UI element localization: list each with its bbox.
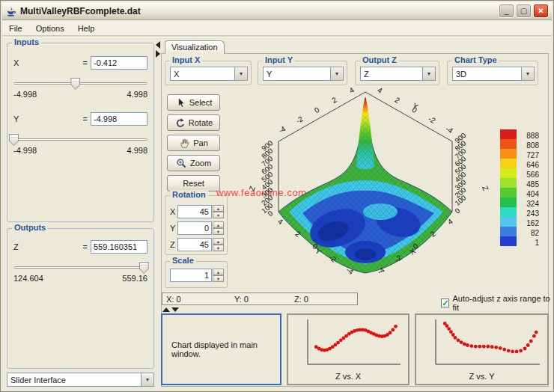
rotation-x-spinner[interactable]: ▲▼ bbox=[213, 205, 224, 218]
combo-input-y[interactable]: Y▼ bbox=[263, 67, 344, 81]
tick-label: 4 bbox=[376, 85, 384, 95]
chevron-down-icon[interactable]: ▼ bbox=[521, 67, 534, 80]
reset-button[interactable]: Reset bbox=[167, 175, 220, 192]
rotation-x-field[interactable]: 45 bbox=[177, 205, 212, 218]
thumbnail-z-vs-y[interactable]: Z vs. Y bbox=[415, 313, 549, 385]
input-y-value-field[interactable]: -4.998 bbox=[91, 112, 147, 126]
cursor-icon bbox=[175, 97, 186, 108]
maximize-button[interactable]: ▢ bbox=[516, 4, 532, 18]
slider-thumb-face bbox=[140, 263, 148, 273]
chevron-down-icon[interactable]: ▼ bbox=[330, 67, 343, 80]
chevron-down-icon[interactable]: ▼ bbox=[234, 67, 247, 80]
input-x-slider[interactable] bbox=[13, 78, 147, 90]
chevron-down-icon[interactable]: ▼ bbox=[422, 67, 435, 80]
legend-value: 162 bbox=[518, 219, 539, 227]
data-point bbox=[445, 324, 449, 328]
tick-label: 0 bbox=[313, 105, 321, 115]
select-button[interactable]: Select bbox=[167, 94, 220, 111]
input-y-slider-thumb[interactable] bbox=[9, 134, 19, 146]
spinner-down-icon[interactable]: ▼ bbox=[213, 275, 224, 282]
splitter-collapse-left-icon[interactable] bbox=[156, 41, 160, 49]
menu-item-help[interactable]: Help bbox=[71, 22, 102, 34]
thumbnail-z-vs-y-label: Z vs. Y bbox=[416, 372, 547, 381]
slider-thumb-face bbox=[71, 79, 79, 89]
combo-chart-type[interactable]: 3D▼ bbox=[452, 67, 535, 81]
data-point bbox=[391, 328, 395, 331]
combo-input-x[interactable]: X▼ bbox=[170, 67, 248, 81]
rotation-z-spinner[interactable]: ▲▼ bbox=[213, 238, 224, 251]
select-button-label: Select bbox=[189, 98, 213, 107]
data-point bbox=[502, 348, 506, 352]
input-x-max-label: 4.998 bbox=[127, 90, 147, 99]
selector-output-z: Output ZZ▼ bbox=[355, 61, 439, 85]
combo-value: 3D bbox=[453, 70, 521, 79]
legend-color-block bbox=[500, 236, 517, 246]
spinner-down-icon[interactable]: ▼ bbox=[213, 228, 224, 235]
rotation-z-field[interactable]: 45 bbox=[177, 238, 212, 251]
data-point bbox=[535, 331, 538, 334]
spinner-up-icon[interactable]: ▲ bbox=[213, 269, 224, 275]
rotation-y-field[interactable]: 0 bbox=[177, 221, 212, 235]
interface-select[interactable]: Slider Interface ▼ bbox=[7, 373, 154, 387]
splitter-collapse-up-icon[interactable] bbox=[162, 307, 170, 312]
output-z-min-label: 124.604 bbox=[13, 274, 43, 283]
thumbnail-z-vs-x[interactable]: Z vs. X bbox=[287, 313, 410, 385]
legend-value: 82 bbox=[518, 229, 539, 237]
minimize-button[interactable]: _ bbox=[499, 4, 514, 18]
slider-track bbox=[13, 138, 147, 141]
data-point bbox=[523, 347, 527, 351]
rotation-group: Rotation X45▲▼Y0▲▼Z45▲▼ bbox=[165, 195, 228, 255]
splitter-expand-right-icon[interactable] bbox=[156, 50, 160, 58]
zoom-button[interactable]: Zoom bbox=[167, 155, 220, 171]
input-y-slider[interactable] bbox=[13, 134, 147, 146]
menu-item-options[interactable]: Options bbox=[29, 22, 71, 34]
data-point bbox=[457, 338, 460, 342]
input-x-slider-thumb[interactable] bbox=[70, 78, 80, 90]
reset-button-label: Reset bbox=[183, 179, 204, 188]
legend-value: 404 bbox=[518, 190, 539, 198]
legend-value: 485 bbox=[518, 180, 539, 189]
checkbox-check-icon[interactable]: ✓ bbox=[441, 298, 449, 307]
slider-thumb-face bbox=[10, 135, 18, 145]
close-button[interactable]: ✕ bbox=[533, 4, 549, 18]
chevron-down-icon[interactable]: ▼ bbox=[141, 373, 153, 386]
spinner-down-icon[interactable]: ▼ bbox=[213, 245, 224, 251]
tab-visualization[interactable]: Visualization bbox=[165, 40, 225, 54]
outputs-panel-title: Outputs bbox=[12, 223, 48, 232]
java-app-icon bbox=[5, 5, 16, 16]
selector-input-x: Input XX▼ bbox=[165, 61, 252, 85]
output-z-slider-thumb[interactable] bbox=[139, 262, 149, 274]
legend-color-block bbox=[500, 227, 517, 236]
output-z-slider[interactable] bbox=[13, 262, 147, 274]
legend-color-block bbox=[500, 129, 517, 139]
surface-3d-chart[interactable]: -4-2024420-2-4420-2-4-4-2024YYX001001002… bbox=[237, 85, 500, 295]
tick-label: 4 bbox=[276, 217, 284, 226]
inputs-panel: Inputs X=-0.412-4.9984.998Y=-4.998-4.998… bbox=[7, 43, 154, 222]
data-point bbox=[511, 350, 514, 354]
legend-color-block bbox=[500, 188, 517, 197]
legend-value: 566 bbox=[518, 171, 539, 179]
scale-spinner[interactable]: ▲ ▼ bbox=[213, 269, 224, 282]
spinner-up-icon[interactable]: ▲ bbox=[213, 205, 224, 212]
spinner-down-icon[interactable]: ▼ bbox=[213, 212, 224, 218]
input-y-label: Y bbox=[13, 114, 19, 123]
pan-button[interactable]: Pan bbox=[167, 135, 220, 151]
data-point bbox=[469, 344, 473, 348]
data-point bbox=[490, 345, 494, 349]
spinner-up-icon[interactable]: ▲ bbox=[213, 221, 224, 228]
rotation-y-spinner[interactable]: ▲▼ bbox=[213, 221, 224, 235]
spinner-up-icon[interactable]: ▲ bbox=[213, 238, 224, 245]
combo-output-z[interactable]: Z▼ bbox=[360, 67, 436, 81]
pan-button-label: Pan bbox=[193, 138, 208, 147]
auto-adjust-checkbox[interactable]: ✓ Auto-adjust z axis range to fit bbox=[441, 294, 553, 312]
thumbnail-main-chart[interactable]: Chart displayed in main window. bbox=[161, 313, 281, 385]
menu-item-file[interactable]: File bbox=[2, 22, 29, 34]
rotate-button[interactable]: Rotate bbox=[167, 114, 220, 131]
status-z: Z: 0 bbox=[294, 295, 308, 304]
input-x-value-field[interactable]: -0.412 bbox=[91, 56, 147, 70]
output-z-value-field[interactable]: 559.160351 bbox=[91, 240, 147, 254]
scale-field[interactable]: 1 bbox=[170, 269, 212, 282]
legend-value: 243 bbox=[518, 209, 539, 218]
tick-label: 2 bbox=[330, 95, 338, 105]
splitter-expand-down-icon[interactable] bbox=[171, 307, 179, 312]
